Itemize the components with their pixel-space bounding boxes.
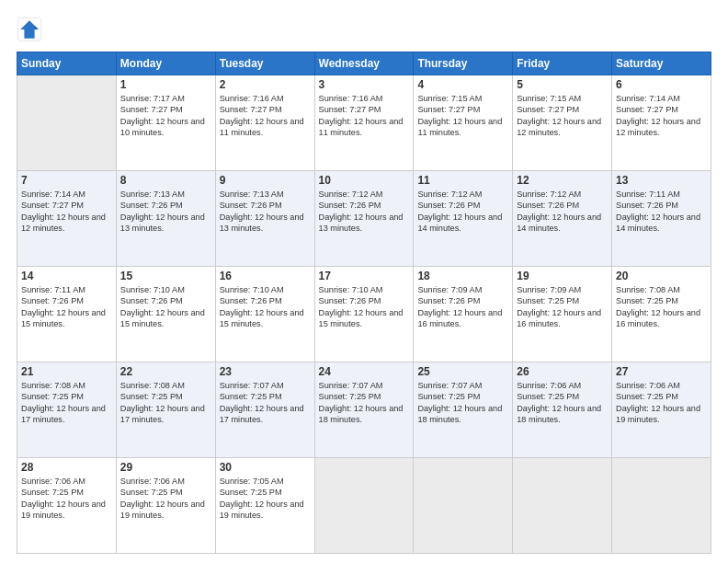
cell-text: Sunrise: 7:15 AMSunset: 7:27 PMDaylight:… — [417, 93, 508, 139]
cell-text: Sunrise: 7:15 AMSunset: 7:27 PMDaylight:… — [517, 93, 608, 139]
cell-text: Sunrise: 7:06 AMSunset: 7:25 PMDaylight:… — [616, 380, 707, 426]
cell-text: Sunrise: 7:09 AMSunset: 7:25 PMDaylight:… — [517, 284, 608, 330]
day-number: 12 — [517, 174, 608, 187]
cell-text: Sunrise: 7:16 AMSunset: 7:27 PMDaylight:… — [319, 93, 410, 139]
calendar-cell: 20Sunrise: 7:08 AMSunset: 7:25 PMDayligh… — [612, 267, 711, 362]
day-number: 4 — [417, 78, 508, 91]
day-number: 30 — [220, 461, 311, 474]
week-row-3: 14Sunrise: 7:11 AMSunset: 7:26 PMDayligh… — [17, 267, 711, 362]
day-number: 7 — [21, 174, 112, 187]
day-number: 24 — [319, 365, 410, 378]
calendar-cell: 17Sunrise: 7:10 AMSunset: 7:26 PMDayligh… — [314, 267, 414, 362]
calendar-cell: 22Sunrise: 7:08 AMSunset: 7:25 PMDayligh… — [116, 362, 215, 458]
day-number: 1 — [120, 78, 211, 91]
calendar-cell: 23Sunrise: 7:07 AMSunset: 7:25 PMDayligh… — [215, 362, 314, 458]
calendar-cell: 11Sunrise: 7:12 AMSunset: 7:26 PMDayligh… — [414, 171, 513, 267]
calendar-cell: 29Sunrise: 7:06 AMSunset: 7:25 PMDayligh… — [116, 458, 215, 554]
week-row-4: 21Sunrise: 7:08 AMSunset: 7:25 PMDayligh… — [17, 362, 711, 458]
calendar-cell: 16Sunrise: 7:10 AMSunset: 7:26 PMDayligh… — [215, 267, 314, 362]
calendar-cell: 8Sunrise: 7:13 AMSunset: 7:26 PMDaylight… — [116, 171, 215, 267]
weekday-tuesday: Tuesday — [215, 52, 314, 75]
logo — [17, 17, 46, 42]
day-number: 25 — [417, 365, 508, 378]
day-number: 11 — [417, 174, 508, 187]
cell-text: Sunrise: 7:12 AMSunset: 7:26 PMDaylight:… — [319, 189, 410, 235]
week-row-5: 28Sunrise: 7:06 AMSunset: 7:25 PMDayligh… — [17, 458, 711, 554]
weekday-monday: Monday — [116, 52, 215, 75]
cell-text: Sunrise: 7:06 AMSunset: 7:25 PMDaylight:… — [21, 476, 112, 522]
calendar-cell: 21Sunrise: 7:08 AMSunset: 7:25 PMDayligh… — [17, 362, 117, 458]
cell-text: Sunrise: 7:10 AMSunset: 7:26 PMDaylight:… — [120, 284, 211, 330]
day-number: 10 — [319, 174, 410, 187]
day-number: 6 — [616, 78, 707, 91]
calendar-cell: 5Sunrise: 7:15 AMSunset: 7:27 PMDaylight… — [513, 75, 612, 171]
cell-text: Sunrise: 7:14 AMSunset: 7:27 PMDaylight:… — [21, 189, 112, 235]
cell-text: Sunrise: 7:06 AMSunset: 7:25 PMDaylight:… — [517, 380, 608, 426]
day-number: 27 — [616, 365, 707, 378]
cell-text: Sunrise: 7:05 AMSunset: 7:25 PMDaylight:… — [220, 476, 311, 522]
cell-text: Sunrise: 7:07 AMSunset: 7:25 PMDaylight:… — [319, 380, 410, 426]
day-number: 19 — [517, 270, 608, 282]
cell-text: Sunrise: 7:12 AMSunset: 7:26 PMDaylight:… — [517, 189, 608, 235]
day-number: 5 — [517, 78, 608, 91]
week-row-2: 7Sunrise: 7:14 AMSunset: 7:27 PMDaylight… — [17, 171, 711, 267]
cell-text: Sunrise: 7:08 AMSunset: 7:25 PMDaylight:… — [21, 380, 112, 426]
calendar-cell: 25Sunrise: 7:07 AMSunset: 7:25 PMDayligh… — [414, 362, 513, 458]
calendar-cell: 19Sunrise: 7:09 AMSunset: 7:25 PMDayligh… — [513, 267, 612, 362]
cell-text: Sunrise: 7:13 AMSunset: 7:26 PMDaylight:… — [220, 189, 311, 235]
calendar-table: SundayMondayTuesdayWednesdayThursdayFrid… — [17, 52, 711, 554]
page: SundayMondayTuesdayWednesdayThursdayFrid… — [0, 0, 728, 563]
cell-text: Sunrise: 7:07 AMSunset: 7:25 PMDaylight:… — [417, 380, 508, 426]
day-number: 21 — [21, 365, 112, 378]
day-number: 2 — [220, 78, 311, 91]
cell-text: Sunrise: 7:10 AMSunset: 7:26 PMDaylight:… — [220, 284, 311, 330]
calendar-cell — [612, 458, 711, 554]
day-number: 23 — [220, 365, 311, 378]
calendar-cell: 28Sunrise: 7:06 AMSunset: 7:25 PMDayligh… — [17, 458, 117, 554]
day-number: 15 — [120, 270, 211, 282]
day-number: 26 — [517, 365, 608, 378]
calendar-cell: 12Sunrise: 7:12 AMSunset: 7:26 PMDayligh… — [513, 171, 612, 267]
calendar-cell: 13Sunrise: 7:11 AMSunset: 7:26 PMDayligh… — [612, 171, 711, 267]
cell-text: Sunrise: 7:16 AMSunset: 7:27 PMDaylight:… — [220, 93, 311, 139]
calendar-cell: 14Sunrise: 7:11 AMSunset: 7:26 PMDayligh… — [17, 267, 117, 362]
day-number: 17 — [319, 270, 410, 282]
day-number: 3 — [319, 78, 410, 91]
calendar-cell: 3Sunrise: 7:16 AMSunset: 7:27 PMDaylight… — [314, 75, 414, 171]
calendar-body: 1Sunrise: 7:17 AMSunset: 7:27 PMDaylight… — [17, 75, 711, 554]
cell-text: Sunrise: 7:09 AMSunset: 7:26 PMDaylight:… — [417, 284, 508, 330]
weekday-wednesday: Wednesday — [314, 52, 414, 75]
cell-text: Sunrise: 7:13 AMSunset: 7:26 PMDaylight:… — [120, 189, 211, 235]
calendar-cell — [513, 458, 612, 554]
calendar-cell — [314, 458, 414, 554]
cell-text: Sunrise: 7:08 AMSunset: 7:25 PMDaylight:… — [120, 380, 211, 426]
day-number: 22 — [120, 365, 211, 378]
calendar-cell: 26Sunrise: 7:06 AMSunset: 7:25 PMDayligh… — [513, 362, 612, 458]
day-number: 29 — [120, 461, 211, 474]
cell-text: Sunrise: 7:06 AMSunset: 7:25 PMDaylight:… — [120, 476, 211, 522]
day-number: 13 — [616, 174, 707, 187]
calendar-cell: 24Sunrise: 7:07 AMSunset: 7:25 PMDayligh… — [314, 362, 414, 458]
week-row-1: 1Sunrise: 7:17 AMSunset: 7:27 PMDaylight… — [17, 75, 711, 171]
calendar-cell: 15Sunrise: 7:10 AMSunset: 7:26 PMDayligh… — [116, 267, 215, 362]
cell-text: Sunrise: 7:11 AMSunset: 7:26 PMDaylight:… — [21, 284, 112, 330]
day-number: 18 — [417, 270, 508, 282]
day-number: 16 — [220, 270, 311, 282]
weekday-sunday: Sunday — [17, 52, 117, 75]
weekday-saturday: Saturday — [612, 52, 711, 75]
calendar-cell: 10Sunrise: 7:12 AMSunset: 7:26 PMDayligh… — [314, 171, 414, 267]
cell-text: Sunrise: 7:12 AMSunset: 7:26 PMDaylight:… — [417, 189, 508, 235]
day-number: 8 — [120, 174, 211, 187]
weekday-friday: Friday — [513, 52, 612, 75]
cell-text: Sunrise: 7:10 AMSunset: 7:26 PMDaylight:… — [319, 284, 410, 330]
day-number: 20 — [616, 270, 707, 282]
calendar-cell: 7Sunrise: 7:14 AMSunset: 7:27 PMDaylight… — [17, 171, 117, 267]
weekday-header-row: SundayMondayTuesdayWednesdayThursdayFrid… — [17, 52, 711, 75]
logo-icon — [17, 17, 42, 42]
day-number: 9 — [220, 174, 311, 187]
day-number: 28 — [21, 461, 112, 474]
calendar-cell — [414, 458, 513, 554]
calendar-cell: 2Sunrise: 7:16 AMSunset: 7:27 PMDaylight… — [215, 75, 314, 171]
calendar-cell: 27Sunrise: 7:06 AMSunset: 7:25 PMDayligh… — [612, 362, 711, 458]
calendar-cell: 6Sunrise: 7:14 AMSunset: 7:27 PMDaylight… — [612, 75, 711, 171]
